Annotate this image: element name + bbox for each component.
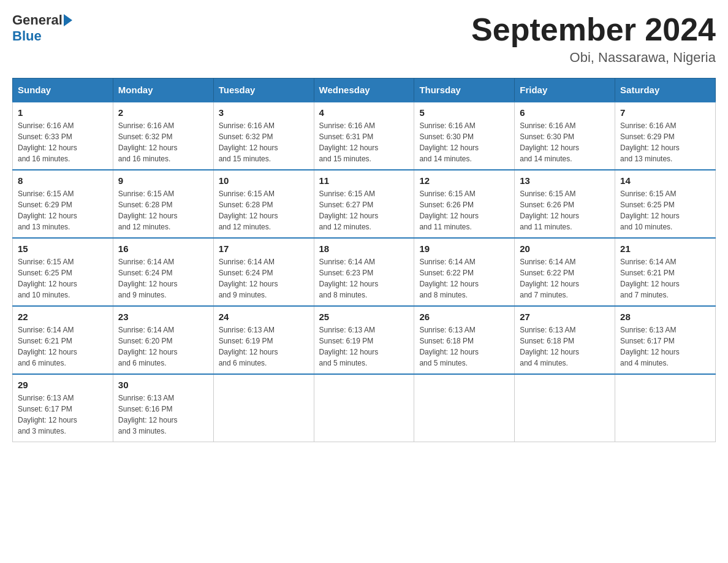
calendar-cell: 10 Sunrise: 6:15 AMSunset: 6:28 PMDaylig… (213, 170, 314, 238)
day-info: Sunrise: 6:14 AMSunset: 6:21 PMDaylight:… (620, 258, 680, 299)
day-number: 13 (520, 175, 610, 186)
day-info: Sunrise: 6:15 AMSunset: 6:27 PMDaylight:… (319, 190, 379, 231)
calendar-week-row: 1 Sunrise: 6:16 AMSunset: 6:33 PMDayligh… (13, 102, 716, 170)
day-info: Sunrise: 6:13 AMSunset: 6:18 PMDaylight:… (419, 326, 479, 367)
day-number: 16 (118, 243, 208, 254)
calendar-cell (615, 374, 716, 442)
day-number: 23 (118, 312, 208, 322)
calendar-cell: 2 Sunrise: 6:16 AMSunset: 6:32 PMDayligh… (113, 102, 213, 170)
header-monday: Monday (113, 79, 213, 102)
calendar-cell: 20 Sunrise: 6:14 AMSunset: 6:22 PMDaylig… (515, 238, 615, 306)
day-info: Sunrise: 6:15 AMSunset: 6:29 PMDaylight:… (18, 190, 77, 231)
calendar-cell (414, 374, 515, 442)
calendar-cell: 19 Sunrise: 6:14 AMSunset: 6:22 PMDaylig… (414, 238, 515, 306)
day-info: Sunrise: 6:13 AMSunset: 6:17 PMDaylight:… (620, 326, 680, 367)
day-number: 11 (319, 175, 409, 186)
day-number: 21 (620, 243, 710, 254)
day-number: 20 (520, 243, 610, 254)
logo: General Blue (12, 12, 72, 44)
calendar-header-row: SundayMondayTuesdayWednesdayThursdayFrid… (13, 79, 716, 102)
header: General Blue September 2024 Obi, Nassara… (12, 12, 716, 66)
day-number: 2 (118, 107, 208, 118)
day-info: Sunrise: 6:15 AMSunset: 6:25 PMDaylight:… (620, 190, 680, 231)
day-info: Sunrise: 6:13 AMSunset: 6:16 PMDaylight:… (118, 394, 178, 435)
day-info: Sunrise: 6:13 AMSunset: 6:18 PMDaylight:… (520, 326, 579, 367)
day-number: 12 (419, 175, 509, 186)
day-info: Sunrise: 6:16 AMSunset: 6:30 PMDaylight:… (520, 121, 579, 163)
day-info: Sunrise: 6:13 AMSunset: 6:19 PMDaylight:… (219, 326, 278, 367)
day-info: Sunrise: 6:15 AMSunset: 6:26 PMDaylight:… (520, 190, 579, 231)
day-info: Sunrise: 6:13 AMSunset: 6:17 PMDaylight:… (18, 394, 77, 435)
day-info: Sunrise: 6:16 AMSunset: 6:29 PMDaylight:… (620, 121, 680, 163)
calendar-cell: 16 Sunrise: 6:14 AMSunset: 6:24 PMDaylig… (113, 238, 213, 306)
calendar-cell: 8 Sunrise: 6:15 AMSunset: 6:29 PMDayligh… (13, 170, 113, 238)
day-number: 1 (18, 107, 108, 118)
calendar-cell: 3 Sunrise: 6:16 AMSunset: 6:32 PMDayligh… (213, 102, 314, 170)
calendar-week-row: 29 Sunrise: 6:13 AMSunset: 6:17 PMDaylig… (13, 374, 716, 442)
calendar-week-row: 22 Sunrise: 6:14 AMSunset: 6:21 PMDaylig… (13, 306, 716, 374)
calendar-cell: 22 Sunrise: 6:14 AMSunset: 6:21 PMDaylig… (13, 306, 113, 374)
calendar-cell: 9 Sunrise: 6:15 AMSunset: 6:28 PMDayligh… (113, 170, 213, 238)
calendar-cell: 17 Sunrise: 6:14 AMSunset: 6:24 PMDaylig… (213, 238, 314, 306)
calendar-subtitle: Obi, Nassarawa, Nigeria (471, 50, 716, 66)
day-info: Sunrise: 6:16 AMSunset: 6:30 PMDaylight:… (419, 121, 479, 163)
day-number: 9 (118, 175, 208, 186)
day-info: Sunrise: 6:14 AMSunset: 6:22 PMDaylight:… (520, 258, 579, 299)
day-number: 6 (520, 107, 610, 118)
day-number: 25 (319, 312, 409, 322)
day-number: 29 (18, 380, 108, 390)
calendar-cell: 23 Sunrise: 6:14 AMSunset: 6:20 PMDaylig… (113, 306, 213, 374)
calendar-cell: 12 Sunrise: 6:15 AMSunset: 6:26 PMDaylig… (414, 170, 515, 238)
calendar-cell: 27 Sunrise: 6:13 AMSunset: 6:18 PMDaylig… (515, 306, 615, 374)
day-info: Sunrise: 6:14 AMSunset: 6:23 PMDaylight:… (319, 258, 379, 299)
calendar-week-row: 15 Sunrise: 6:15 AMSunset: 6:25 PMDaylig… (13, 238, 716, 306)
calendar-cell (515, 374, 615, 442)
calendar-cell: 18 Sunrise: 6:14 AMSunset: 6:23 PMDaylig… (314, 238, 414, 306)
calendar-cell: 11 Sunrise: 6:15 AMSunset: 6:27 PMDaylig… (314, 170, 414, 238)
calendar-cell: 28 Sunrise: 6:13 AMSunset: 6:17 PMDaylig… (615, 306, 716, 374)
day-number: 24 (219, 312, 309, 322)
day-number: 28 (620, 312, 710, 322)
day-info: Sunrise: 6:14 AMSunset: 6:24 PMDaylight:… (118, 258, 178, 299)
logo-blue: Blue (12, 28, 42, 44)
day-info: Sunrise: 6:16 AMSunset: 6:33 PMDaylight:… (18, 121, 77, 163)
calendar-cell (314, 374, 414, 442)
day-number: 26 (419, 312, 509, 322)
calendar-table: SundayMondayTuesdayWednesdayThursdayFrid… (12, 78, 716, 442)
title-area: September 2024 Obi, Nassarawa, Nigeria (471, 12, 716, 66)
day-number: 5 (419, 107, 509, 118)
day-number: 10 (219, 175, 309, 186)
calendar-cell: 6 Sunrise: 6:16 AMSunset: 6:30 PMDayligh… (515, 102, 615, 170)
calendar-cell: 7 Sunrise: 6:16 AMSunset: 6:29 PMDayligh… (615, 102, 716, 170)
header-wednesday: Wednesday (314, 79, 414, 102)
day-info: Sunrise: 6:15 AMSunset: 6:25 PMDaylight:… (18, 258, 77, 299)
calendar-cell: 21 Sunrise: 6:14 AMSunset: 6:21 PMDaylig… (615, 238, 716, 306)
day-number: 17 (219, 243, 309, 254)
calendar-cell: 25 Sunrise: 6:13 AMSunset: 6:19 PMDaylig… (314, 306, 414, 374)
calendar-cell: 5 Sunrise: 6:16 AMSunset: 6:30 PMDayligh… (414, 102, 515, 170)
day-number: 18 (319, 243, 409, 254)
day-info: Sunrise: 6:15 AMSunset: 6:28 PMDaylight:… (118, 190, 178, 231)
day-info: Sunrise: 6:15 AMSunset: 6:28 PMDaylight:… (219, 190, 278, 231)
day-info: Sunrise: 6:14 AMSunset: 6:22 PMDaylight:… (419, 258, 479, 299)
day-number: 4 (319, 107, 409, 118)
day-info: Sunrise: 6:16 AMSunset: 6:31 PMDaylight:… (319, 121, 379, 163)
calendar-cell: 15 Sunrise: 6:15 AMSunset: 6:25 PMDaylig… (13, 238, 113, 306)
day-number: 22 (18, 312, 108, 322)
day-number: 27 (520, 312, 610, 322)
day-number: 8 (18, 175, 108, 186)
logo-triangle-icon (64, 14, 72, 26)
day-info: Sunrise: 6:14 AMSunset: 6:24 PMDaylight:… (219, 258, 278, 299)
day-info: Sunrise: 6:15 AMSunset: 6:26 PMDaylight:… (419, 190, 479, 231)
header-saturday: Saturday (615, 79, 716, 102)
day-number: 14 (620, 175, 710, 186)
calendar-cell: 29 Sunrise: 6:13 AMSunset: 6:17 PMDaylig… (13, 374, 113, 442)
day-number: 3 (219, 107, 309, 118)
calendar-title: September 2024 (471, 12, 716, 47)
header-thursday: Thursday (414, 79, 515, 102)
calendar-cell (213, 374, 314, 442)
day-number: 15 (18, 243, 108, 254)
logo-general: General (12, 12, 63, 28)
calendar-cell: 1 Sunrise: 6:16 AMSunset: 6:33 PMDayligh… (13, 102, 113, 170)
calendar-cell: 14 Sunrise: 6:15 AMSunset: 6:25 PMDaylig… (615, 170, 716, 238)
